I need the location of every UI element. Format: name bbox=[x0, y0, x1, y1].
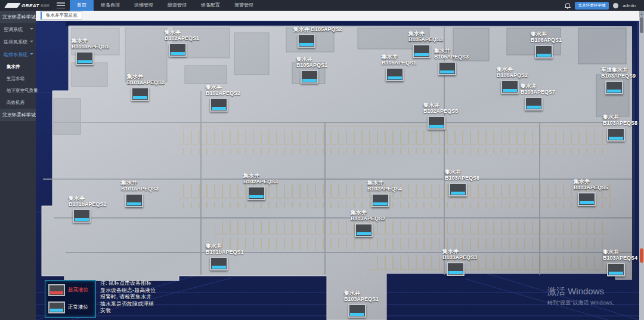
device-marker[interactable]: 集水井 B103APEQS6 bbox=[445, 169, 479, 196]
vertical-scrollbar[interactable]: ▲ bbox=[639, 11, 644, 320]
legend-note-line: 注: 鼠标点击设备图标 bbox=[100, 280, 156, 287]
water-level-bar bbox=[607, 90, 621, 93]
sidebar-collapse-icon[interactable] bbox=[57, 2, 65, 8]
nav-item[interactable]: 设备配置 bbox=[194, 0, 227, 11]
legend-note-line: 抽水泵是否故障或浮球 bbox=[100, 301, 156, 308]
device-marker[interactable]: 集水井 B102APEQS5 bbox=[423, 102, 458, 130]
device-code: B103APEQS5 bbox=[574, 184, 608, 190]
sump-well-icon[interactable] bbox=[605, 81, 623, 94]
sump-well-icon[interactable] bbox=[125, 193, 143, 207]
legend-note-line: 报警时, 请检查集水井 bbox=[100, 294, 156, 301]
sump-well-icon[interactable] bbox=[449, 183, 467, 196]
notification-bell-icon[interactable] bbox=[565, 2, 571, 9]
sidebar-item[interactable]: 地下室空气质量 bbox=[0, 85, 36, 97]
device-marker[interactable]: 集水井 B103APEQS3 bbox=[442, 248, 477, 276]
legend-level-icon bbox=[48, 284, 65, 296]
sump-well-icon[interactable] bbox=[438, 61, 456, 75]
sump-well-icon[interactable] bbox=[535, 45, 553, 59]
sump-well-icon[interactable] bbox=[501, 80, 519, 94]
nav-item[interactable]: 运维管理 bbox=[127, 0, 160, 11]
device-title: 集水井 bbox=[367, 180, 402, 186]
sump-well-icon[interactable] bbox=[525, 97, 543, 110]
scrollbar-alert-marker bbox=[640, 248, 643, 263]
sidebar-item[interactable]: 空调系统 bbox=[0, 23, 36, 36]
floorplan-drawing bbox=[36, 21, 639, 320]
tab-sump-overview[interactable]: 集水井平面总览 bbox=[41, 11, 82, 20]
device-marker[interactable]: 集水井 B102APEQS2 bbox=[206, 84, 240, 112]
device-marker[interactable]: 集水井 B101bAPEQS2 bbox=[69, 195, 107, 223]
water-level-bar bbox=[350, 313, 364, 316]
device-marker[interactable]: 集水井 B101aAPEQS3 bbox=[121, 180, 159, 207]
device-marker[interactable]: 集水井 B106APQS1 bbox=[531, 31, 562, 59]
sidebar-group-header[interactable]: 北京怀柔科学城 bbox=[0, 109, 36, 121]
sump-well-icon[interactable] bbox=[73, 209, 91, 223]
device-title: 集水井 bbox=[351, 210, 385, 216]
nav-item[interactable]: 报警管理 bbox=[227, 0, 261, 11]
project-select-button[interactable]: 北京怀柔科学城 bbox=[575, 2, 609, 10]
nav-item[interactable]: 能源管理 bbox=[160, 0, 194, 11]
sidebar-item[interactable]: 高效机房 bbox=[0, 97, 36, 109]
water-level-bar bbox=[357, 232, 371, 235]
sidebar-item[interactable]: 集水井 bbox=[0, 61, 36, 73]
floorplan-viewport: 集水井 B101aAPEQS1 集水井 B102APEQS1 集水井 B105A… bbox=[36, 21, 639, 320]
sump-well-icon[interactable] bbox=[607, 263, 625, 276]
chevron-down-icon bbox=[30, 28, 33, 30]
device-marker[interactable]: 集水井 B102APEQS4 bbox=[367, 180, 402, 207]
scrollbar-up-arrow[interactable]: ▲ bbox=[639, 11, 644, 17]
device-marker[interactable]: 集水井 B102APEQS1 bbox=[165, 29, 199, 57]
nav-item[interactable]: 设备自控 bbox=[94, 0, 127, 11]
device-marker[interactable]: 集水井 B103APEQS5 bbox=[574, 179, 608, 206]
legend-panel: 超高液位正常液位 bbox=[45, 280, 96, 318]
sump-well-icon[interactable] bbox=[210, 257, 228, 270]
device-marker[interactable]: 集水井 B105APQS1 bbox=[296, 56, 327, 84]
device-code: B101bAPEQS2 bbox=[69, 201, 107, 207]
device-code: B103APEQS1 bbox=[344, 296, 379, 302]
water-level-bar bbox=[503, 89, 517, 92]
device-marker[interactable]: 车道集水井 B103APEQS9 bbox=[601, 67, 636, 94]
device-marker[interactable]: 集水井 B103APEQS8 bbox=[603, 114, 637, 141]
device-marker[interactable]: 集水井 B105APEQS1 bbox=[382, 54, 416, 81]
device-marker[interactable]: 集水井 B103APEQS2 bbox=[351, 210, 385, 237]
sidebar-item[interactable]: 送排风系统 bbox=[0, 36, 36, 48]
legend-item: 正常液位 bbox=[48, 301, 92, 313]
device-marker[interactable]: 集水井 B101aAPEQS1 bbox=[72, 38, 109, 65]
device-marker[interactable]: 集水井 B103APEQS7 bbox=[521, 83, 555, 110]
device-marker[interactable]: 集水井 B103APEQS4 bbox=[603, 249, 637, 276]
device-marker[interactable]: 集水井 B105APQS2 bbox=[293, 26, 342, 48]
username-label[interactable]: admin bbox=[623, 3, 636, 8]
sump-well-icon[interactable] bbox=[210, 98, 228, 112]
user-avatar[interactable] bbox=[613, 3, 618, 8]
scrollbar-thumb[interactable] bbox=[640, 17, 643, 33]
device-marker[interactable]: 集水井 B102APEQS3 bbox=[243, 173, 278, 200]
device-marker[interactable]: 集水井 B103APEQS1 bbox=[344, 290, 379, 318]
sump-well-icon[interactable] bbox=[607, 128, 625, 141]
water-level-bar bbox=[448, 271, 463, 274]
sump-well-icon[interactable] bbox=[348, 304, 366, 318]
sump-well-icon[interactable] bbox=[301, 70, 318, 84]
sump-well-icon[interactable] bbox=[428, 116, 445, 130]
device-code: B101aAPEQS1 bbox=[72, 44, 109, 50]
device-title: 集水井 bbox=[69, 195, 107, 201]
device-title: 集水井 bbox=[408, 30, 443, 36]
device-title: 集水井 bbox=[603, 114, 637, 120]
device-marker[interactable]: 集水井 B101aAPEQS2 bbox=[127, 73, 165, 101]
sump-well-icon[interactable] bbox=[386, 67, 404, 81]
device-marker[interactable]: 集水井 B105APEQS3 bbox=[434, 48, 469, 75]
sump-well-icon[interactable] bbox=[247, 186, 265, 200]
device-marker[interactable]: 集水井 B101bAPEQS1 bbox=[206, 243, 244, 270]
device-code: B103APEQS9 bbox=[601, 73, 636, 79]
nav-item[interactable]: 首页 bbox=[70, 0, 94, 11]
sidebar-item[interactable]: 生活水箱 bbox=[0, 73, 36, 85]
sump-well-icon[interactable] bbox=[371, 193, 389, 207]
sump-well-icon[interactable] bbox=[447, 262, 465, 276]
sump-well-icon[interactable] bbox=[76, 51, 94, 65]
sump-well-icon[interactable] bbox=[298, 34, 315, 48]
sidebar-group-header[interactable]: 北京怀柔科学城 bbox=[0, 11, 36, 23]
sump-well-icon[interactable] bbox=[131, 87, 149, 101]
sump-well-icon[interactable] bbox=[169, 43, 187, 57]
sump-well-icon[interactable] bbox=[355, 223, 373, 237]
sidebar-item[interactable]: 给排水系统 bbox=[0, 48, 36, 61]
water-level-bar bbox=[299, 43, 314, 46]
sump-well-icon[interactable] bbox=[578, 192, 596, 206]
device-title: 集水井 bbox=[127, 73, 165, 79]
